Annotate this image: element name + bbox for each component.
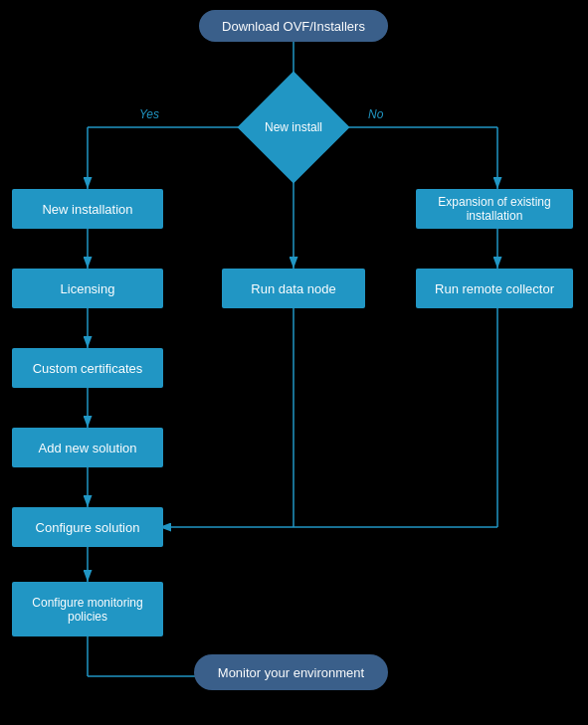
download-node: Download OVF/Installers [199,10,388,42]
new-installation-node: New installation [12,189,163,229]
configure-solution-node: Configure solution [12,507,163,547]
new-install-diamond: New install [254,88,333,167]
yes-label: Yes [139,107,159,121]
custom-certs-node: Custom certificates [12,348,163,388]
licensing-node: Licensing [12,269,163,308]
add-solution-node: Add new solution [12,428,163,467]
expansion-node: Expansion of existing installation [416,189,573,229]
monitor-node: Monitor your environment [194,654,388,690]
no-label: No [368,107,383,121]
configure-monitoring-node: Configure monitoring policies [12,582,163,636]
run-remote-collector-node: Run remote collector [416,269,573,308]
run-data-node: Run data node [222,269,365,308]
